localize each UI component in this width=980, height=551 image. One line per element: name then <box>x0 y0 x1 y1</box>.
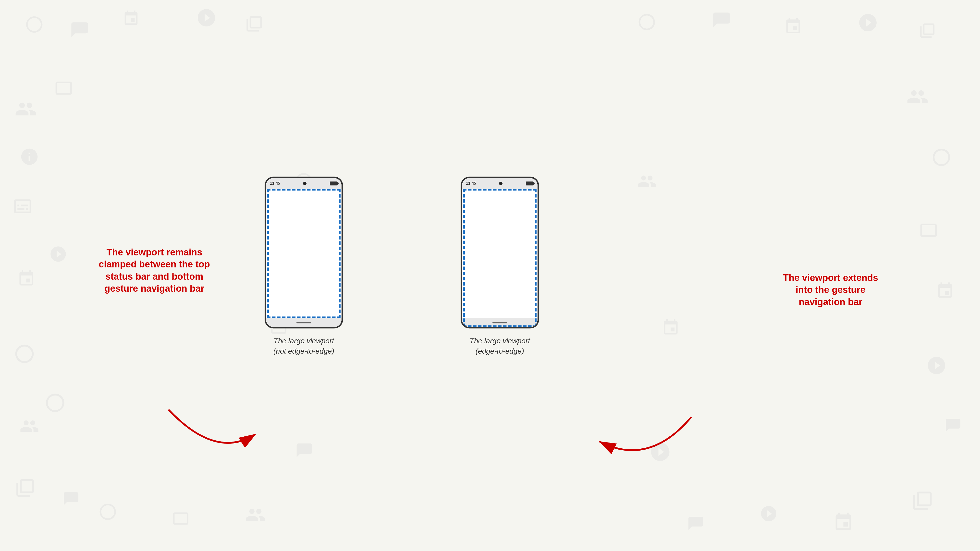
right-battery <box>526 181 534 186</box>
right-status-bar: 11:45 <box>462 178 538 189</box>
main-content: The viewport remains clamped between the… <box>0 0 980 551</box>
left-nav-indicator <box>296 322 311 323</box>
left-battery <box>330 181 337 186</box>
left-camera <box>303 182 307 185</box>
left-status-time: 11:45 <box>270 181 280 186</box>
right-nav-bar <box>462 318 538 327</box>
left-phone-caption: The large viewport (not edge-to-edge) <box>274 336 334 356</box>
left-phone-wrapper: 11:45 The large viewport (not edge-to-ed… <box>265 176 343 356</box>
right-annotation: The viewport extends into the gesture na… <box>779 272 882 308</box>
right-phone-caption: The large viewport (edge-to-edge) <box>470 336 530 356</box>
right-phone-body <box>462 189 538 318</box>
right-camera <box>499 182 503 185</box>
right-nav-indicator <box>492 322 507 323</box>
left-annotation: The viewport remains clamped between the… <box>98 246 211 295</box>
right-phone: 11:45 <box>461 176 539 329</box>
left-phone-body <box>266 189 342 318</box>
left-nav-bar <box>266 318 342 327</box>
left-phone: 11:45 <box>265 176 343 329</box>
right-phone-wrapper: 11:45 The large viewport (edge-to-edge) <box>461 176 539 356</box>
right-status-time: 11:45 <box>466 181 476 186</box>
left-status-bar: 11:45 <box>266 178 342 189</box>
